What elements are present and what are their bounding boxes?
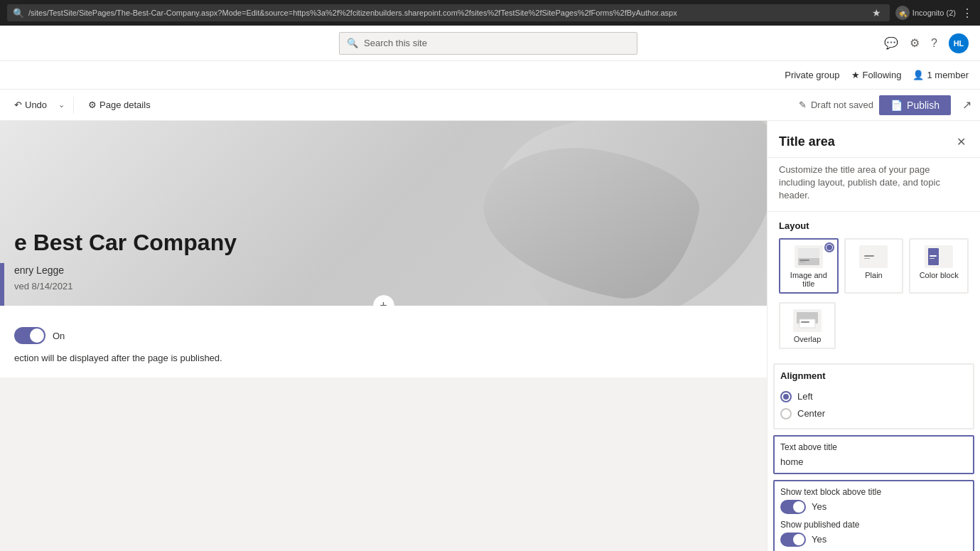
- purple-sidebar-indicator: [0, 263, 4, 306]
- browser-search-icon: 🔍: [13, 8, 24, 18]
- show-text-block-toggle[interactable]: [780, 500, 806, 514]
- incognito-label: Incognito (2): [912, 9, 956, 17]
- text-above-title-section: Text above title: [773, 435, 974, 474]
- edit-toolbar: ↶ Undo ⌄ ⚙ Page details ✎ Draft not save…: [0, 90, 980, 121]
- svg-rect-3: [799, 262, 805, 262]
- gear-icon: ⚙: [88, 100, 97, 110]
- layout-grid: Image and title Plain: [779, 238, 969, 294]
- alignment-center-label: Center: [797, 408, 825, 419]
- layout-icon-plain: [859, 245, 888, 268]
- member-icon: 👤: [912, 70, 924, 80]
- alignment-center-row: Center: [780, 405, 967, 422]
- layout-option-image-title-label: Image and title: [785, 271, 833, 288]
- page-title: e Best Car Company: [14, 230, 237, 256]
- page-details-label: Page details: [99, 100, 151, 110]
- show-text-block-toggle-thumb: [793, 501, 804, 513]
- panel-title: Title area: [779, 134, 835, 149]
- show-published-date-toggle-thumb: [793, 534, 804, 545]
- main-content: e Best Car Company enry Legge ved 8/14/2…: [0, 121, 980, 551]
- draft-status: ✎ Draft not saved: [799, 100, 873, 110]
- toggle-row: On: [14, 327, 753, 344]
- alignment-center-radio[interactable]: [780, 408, 792, 419]
- section-toggle[interactable]: [14, 327, 45, 344]
- svg-rect-6: [864, 258, 870, 259]
- settings-icon[interactable]: ⚙: [910, 36, 920, 50]
- star-icon: ★: [851, 70, 860, 80]
- text-above-title-input[interactable]: [775, 454, 973, 473]
- add-section-button[interactable]: +: [372, 294, 395, 306]
- show-published-date-label: Show published date: [780, 520, 967, 530]
- layout-option-overlap[interactable]: Overlap: [779, 302, 836, 349]
- publish-button[interactable]: 📄 Publish: [879, 95, 951, 115]
- page-canvas: e Best Car Company enry Legge ved 8/14/2…: [0, 121, 767, 551]
- layout-option-plain[interactable]: Plain: [844, 238, 904, 294]
- browser-bar: 🔍 /sites/TestSite/SitePages/The-Best-Car…: [0, 0, 980, 26]
- svg-rect-9: [930, 255, 937, 257]
- header-actions: 💬 ⚙ ? HL: [884, 33, 969, 53]
- help-icon[interactable]: ?: [931, 37, 937, 50]
- show-text-block-row: Show text block above title Yes: [780, 487, 967, 514]
- member-label: 1 member: [927, 70, 969, 80]
- browser-url-text: /sites/TestSite/SitePages/The-Best-Car-C…: [28, 9, 677, 17]
- expand-icon[interactable]: ↗: [962, 98, 971, 112]
- browser-star-icon[interactable]: ★: [872, 7, 881, 18]
- show-text-block-label: Show text block above title: [780, 487, 967, 497]
- text-above-title-label: Text above title: [775, 437, 973, 454]
- layout-option-color-block-label: Color block: [920, 271, 959, 279]
- toolbar-chevron-icon[interactable]: ⌄: [58, 100, 65, 109]
- layout-section: Layout Image and title: [768, 212, 980, 363]
- section-note: ection will be displayed after the page …: [14, 353, 753, 363]
- incognito-icon: 🕵: [895, 6, 910, 20]
- toolbar-separator: [73, 97, 74, 114]
- svg-rect-12: [799, 319, 815, 328]
- page-section: On ection will be displayed after the pa…: [0, 306, 767, 378]
- pencil-icon: ✎: [799, 100, 807, 110]
- following-label: Following: [863, 70, 902, 80]
- undo-button[interactable]: ↶ Undo: [9, 97, 53, 113]
- site-header: Private group ★ Following 👤 1 member: [0, 61, 980, 90]
- browser-url-bar[interactable]: 🔍 /sites/TestSite/SitePages/The-Best-Car…: [7, 4, 890, 21]
- layout-icon-image-title: [795, 245, 823, 268]
- toggle-thumb: [30, 328, 44, 343]
- draft-label-text: Draft not saved: [811, 100, 873, 110]
- layout-option-color-block[interactable]: Color block: [909, 238, 969, 294]
- sp-header: 🔍 Search this site 💬 ⚙ ? HL: [0, 26, 980, 61]
- close-icon[interactable]: ✕: [954, 132, 969, 151]
- search-box[interactable]: 🔍 Search this site: [339, 32, 637, 55]
- search-placeholder: Search this site: [364, 38, 427, 48]
- browser-incognito: 🕵 Incognito (2): [895, 6, 956, 20]
- panel-description: Customize the title area of your page in…: [768, 158, 980, 212]
- layout-option-overlap-label: Overlap: [794, 335, 822, 343]
- layout-label: Layout: [779, 220, 969, 231]
- site-header-right: Private group ★ Following 👤 1 member: [785, 70, 969, 80]
- chat-icon[interactable]: 💬: [884, 36, 898, 50]
- svg-rect-13: [801, 321, 809, 323]
- right-panel: Title area ✕ Customize the title area of…: [767, 121, 980, 551]
- show-published-date-value: Yes: [812, 534, 826, 545]
- panel-header: Title area ✕: [768, 121, 980, 158]
- avatar[interactable]: HL: [949, 33, 969, 53]
- layout-icon-overlap: [793, 309, 822, 332]
- private-group-info: Private group: [785, 70, 839, 80]
- private-group-label: Private group: [785, 70, 839, 80]
- browser-menu-icon[interactable]: ⋮: [962, 6, 973, 20]
- page-author: enry Legge: [14, 264, 64, 276]
- alignment-left-radio[interactable]: [780, 391, 792, 402]
- layout-option-image-title[interactable]: Image and title: [779, 238, 839, 294]
- alignment-label: Alignment: [780, 370, 967, 381]
- publish-label: Publish: [907, 100, 939, 111]
- svg-rect-2: [799, 260, 809, 261]
- alignment-left-radio-inner: [783, 394, 789, 400]
- alignment-section: Alignment Left Center: [773, 363, 974, 429]
- show-published-date-toggle[interactable]: [780, 533, 806, 547]
- search-icon: 🔍: [347, 38, 358, 48]
- undo-label: Undo: [25, 100, 47, 110]
- hero-area: e Best Car Company enry Legge ved 8/14/2…: [0, 121, 767, 306]
- alignment-left-row: Left: [780, 388, 967, 405]
- toggle-label: On: [53, 331, 65, 341]
- show-text-block-value: Yes: [812, 501, 826, 512]
- page-details-button[interactable]: ⚙ Page details: [82, 97, 156, 113]
- undo-icon: ↶: [14, 100, 22, 110]
- show-text-block-toggle-row: Yes: [780, 500, 967, 514]
- following-button[interactable]: ★ Following: [851, 70, 902, 80]
